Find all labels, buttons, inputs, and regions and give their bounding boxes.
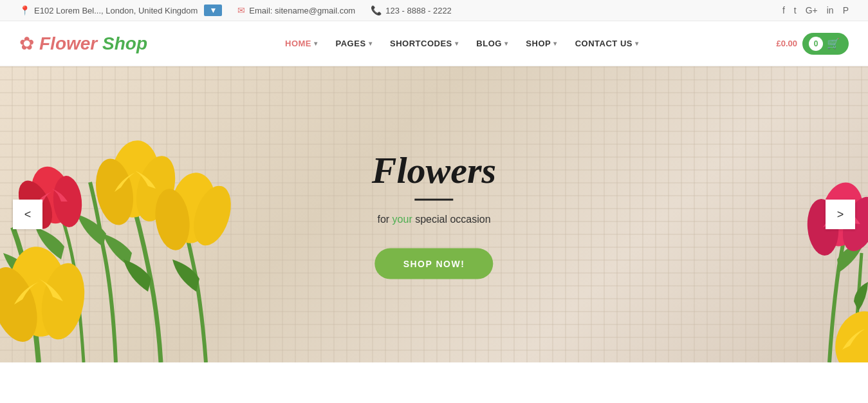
contact-chevron-icon: ▾ xyxy=(635,40,639,47)
logo[interactable]: ✿ Flower Shop xyxy=(19,33,147,54)
logo-icon: ✿ xyxy=(19,33,34,54)
cart-price: £0.00 xyxy=(776,39,797,48)
hero-divider xyxy=(415,198,454,200)
google-plus-link[interactable]: G+ xyxy=(806,5,818,15)
blog-chevron-icon: ▾ xyxy=(504,40,508,47)
linkedin-link[interactable]: in xyxy=(827,5,834,15)
address-text: E102 Lorem Bel..., London, United Kingdo… xyxy=(34,6,198,15)
top-bar: 📍 E102 Lorem Bel..., London, United King… xyxy=(0,0,868,21)
shop-chevron-icon: ▾ xyxy=(553,40,557,47)
cart-area: £0.00 0 🛒 xyxy=(776,33,849,55)
site-header: ✿ Flower Shop HOME ▾ PAGES ▾ SHORTCODES … xyxy=(0,21,868,66)
logo-text: Flower Shop xyxy=(39,33,147,54)
email-item: ✉ Email: sitename@gmail.com xyxy=(237,5,355,15)
phone-icon: 📞 xyxy=(371,5,382,15)
location-icon: 📍 xyxy=(19,5,30,15)
nav-home[interactable]: HOME ▾ xyxy=(285,39,318,48)
hero-content: Flowers for your special occasion SHOP N… xyxy=(372,150,496,279)
home-chevron-icon: ▾ xyxy=(314,40,318,47)
phone-text: 123 - 8888 - 2222 xyxy=(385,6,452,15)
nav-shop[interactable]: SHOP ▾ xyxy=(526,39,557,48)
address-item: 📍 E102 Lorem Bel..., London, United King… xyxy=(19,5,222,16)
social-links: f t G+ in P xyxy=(782,5,849,15)
twitter-link[interactable]: t xyxy=(794,5,797,15)
dropdown-indicator[interactable]: ▼ xyxy=(204,5,222,16)
hero-section: Flowers for your special occasion SHOP N… xyxy=(0,66,868,362)
email-text: Email: sitename@gmail.com xyxy=(249,6,355,15)
nav-contact[interactable]: CONTACT US ▾ xyxy=(575,39,639,48)
nav-shortcodes[interactable]: SHORTCODES ▾ xyxy=(390,39,458,48)
facebook-link[interactable]: f xyxy=(782,5,785,15)
email-icon: ✉ xyxy=(237,5,245,15)
main-nav: HOME ▾ PAGES ▾ SHORTCODES ▾ BLOG ▾ SHOP … xyxy=(285,39,638,48)
pinterest-link[interactable]: P xyxy=(843,5,849,15)
phone-item: 📞 123 - 8888 - 2222 xyxy=(371,5,452,15)
shortcodes-chevron-icon: ▾ xyxy=(455,40,459,47)
hero-title: Flowers xyxy=(372,150,496,191)
slider-next-button[interactable]: > xyxy=(826,200,855,229)
slider-prev-button[interactable]: < xyxy=(13,200,42,229)
shop-now-button[interactable]: SHOP NOW! xyxy=(375,248,494,279)
cart-button[interactable]: 0 🛒 xyxy=(802,33,849,55)
hero-subtitle: for your special occasion xyxy=(372,213,496,225)
cart-icon: 🛒 xyxy=(827,37,840,50)
top-bar-left: 📍 E102 Lorem Bel..., London, United King… xyxy=(19,5,452,16)
cart-count: 0 xyxy=(809,37,823,51)
nav-pages[interactable]: PAGES ▾ xyxy=(336,39,373,48)
nav-blog[interactable]: BLOG ▾ xyxy=(476,39,508,48)
pages-chevron-icon: ▾ xyxy=(369,40,373,47)
